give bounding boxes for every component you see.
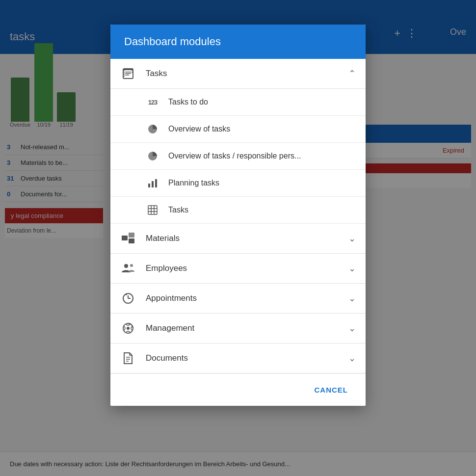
svg-rect-10	[148, 184, 150, 187]
svg-rect-19	[129, 233, 134, 238]
svg-rect-18	[122, 236, 128, 240]
svg-rect-7	[125, 72, 131, 73]
section-tasks[interactable]: Tasks ⌃	[110, 59, 366, 89]
tasks-chevron-up: ⌃	[348, 68, 356, 79]
appointments-label: Appointments	[146, 293, 348, 303]
section-documents[interactable]: Documents ⌄	[110, 344, 366, 373]
employees-icon	[120, 261, 136, 276]
svg-point-22	[130, 264, 133, 267]
sub-tasks-to-do-label: Tasks to do	[168, 98, 208, 106]
sub-overview-tasks-label: Overview of tasks	[168, 125, 230, 133]
section-management[interactable]: Management ⌄	[110, 314, 366, 344]
materials-chevron: ⌄	[348, 233, 356, 244]
appointments-chevron: ⌄	[348, 293, 356, 304]
sub-tasks-table-label: Tasks	[168, 206, 188, 214]
materials-label: Materials	[146, 234, 348, 243]
section-employees[interactable]: Employees ⌄	[110, 254, 366, 284]
sub-tasks-to-do[interactable]: 123 Tasks to do	[110, 89, 366, 116]
management-icon	[120, 320, 136, 336]
modal-body: Tasks ⌃ 123 Tasks to do Overview of task…	[110, 59, 366, 373]
number-123-icon: 123	[146, 95, 159, 109]
sub-overview-tasks[interactable]: Overview of tasks	[110, 116, 366, 143]
svg-rect-8	[125, 73, 131, 74]
svg-rect-12	[155, 179, 157, 187]
svg-rect-9	[125, 75, 129, 76]
modal-title: Dashboard modules	[124, 35, 352, 48]
sub-overview-tasks-responsible[interactable]: Overview of tasks / responsible pers...	[110, 143, 366, 170]
pie-chart-icon-1	[146, 122, 159, 136]
documents-chevron: ⌄	[348, 353, 356, 364]
svg-rect-20	[129, 238, 134, 243]
section-materials[interactable]: Materials ⌄	[110, 224, 366, 254]
svg-point-21	[124, 264, 128, 268]
sub-tasks-table[interactable]: Tasks	[110, 197, 366, 224]
svg-point-28	[127, 327, 130, 330]
sub-overview-tasks-responsible-label: Overview of tasks / responsible pers...	[168, 152, 301, 160]
employees-chevron: ⌄	[348, 263, 356, 274]
bar-chart-icon	[146, 176, 159, 190]
employees-label: Employees	[146, 264, 348, 273]
section-appointments[interactable]: Appointments ⌄	[110, 284, 366, 314]
tasks-label: Tasks	[146, 69, 348, 79]
sub-planning-tasks-label: Planning tasks	[168, 179, 219, 187]
management-label: Management	[146, 323, 348, 333]
modal-footer: CANCEL	[110, 373, 366, 406]
documents-icon	[120, 350, 136, 366]
cancel-button[interactable]: CANCEL	[307, 382, 356, 398]
pie-chart-icon-2	[146, 149, 159, 163]
appointments-icon	[120, 291, 136, 306]
svg-rect-11	[152, 181, 154, 187]
modal-header: Dashboard modules	[110, 25, 366, 59]
materials-icon	[120, 231, 136, 246]
table-icon	[146, 203, 159, 217]
documents-label: Documents	[146, 353, 348, 363]
management-chevron: ⌄	[348, 323, 356, 334]
svg-rect-13	[148, 206, 157, 214]
tasks-icon	[120, 66, 136, 81]
sub-planning-tasks[interactable]: Planning tasks	[110, 170, 366, 197]
dashboard-modules-modal: Dashboard modules Tasks ⌃	[110, 25, 366, 406]
